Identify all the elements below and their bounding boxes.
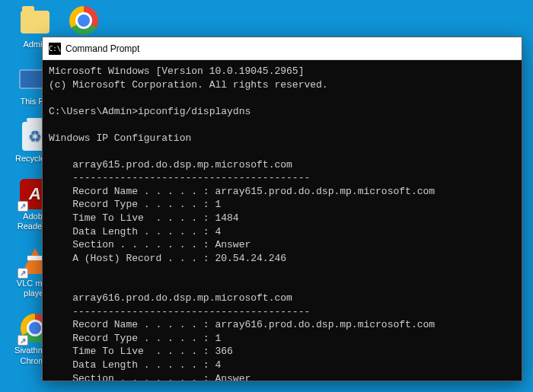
- chrome-icon: [68, 5, 100, 37]
- window-title: Command Prompt: [65, 43, 139, 54]
- folder-icon: [19, 6, 51, 38]
- terminal-output[interactable]: Microsoft Windows [Version 10.0.19045.29…: [43, 60, 522, 381]
- cmd-icon: C:\: [49, 43, 61, 55]
- titlebar[interactable]: C:\ Command Prompt: [43, 37, 522, 60]
- command-prompt-window[interactable]: C:\ Command Prompt Microsoft Windows [Ve…: [42, 37, 522, 381]
- desktop-icon-chrome[interactable]: [59, 5, 108, 38]
- desktop: Admin This PC ♻ Recycle Bi A↗ Adobe Read…: [0, 0, 533, 392]
